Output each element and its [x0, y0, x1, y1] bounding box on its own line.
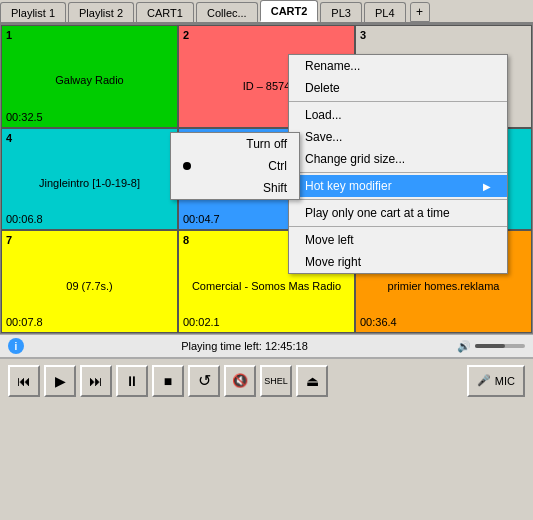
transport-bar: ⏮ ▶ ⏭ ⏸ ■ ↺ 🔇 SHEL ⏏ 🎤 MIC	[0, 358, 533, 402]
replay-button[interactable]: ↺	[188, 365, 220, 397]
tab-bar: Playlist 1 Playlist 2 CART1 Collec... CA…	[0, 0, 533, 24]
transport-controls: ⏮ ▶ ⏭ ⏸ ■ ↺ 🔇 SHEL ⏏	[8, 365, 328, 397]
cell-title-1: Galway Radio	[6, 50, 173, 111]
context-menu[interactable]: Rename... Delete Load... Save... Change …	[288, 54, 508, 274]
submenu-item-ctrl[interactable]: Ctrl	[171, 155, 299, 177]
cell-title-7: 09 (7.7s.)	[6, 255, 173, 316]
menu-item-play-one[interactable]: Play only one cart at a time	[289, 202, 507, 224]
cell-time-1: 00:32.5	[6, 111, 43, 123]
pause-button[interactable]: ⏸	[116, 365, 148, 397]
cell-number-4: 4	[6, 132, 12, 144]
menu-item-move-left[interactable]: Move left	[289, 229, 507, 251]
volume-slider-fill	[475, 344, 505, 348]
menu-separator-1	[289, 101, 507, 102]
play-button[interactable]: ▶	[44, 365, 76, 397]
menu-item-save[interactable]: Save...	[289, 126, 507, 148]
cell-number-3: 3	[360, 29, 366, 41]
menu-separator-3	[289, 199, 507, 200]
tab-cart1[interactable]: CART1	[136, 2, 194, 22]
mic-label: MIC	[495, 375, 515, 387]
cell-number-8: 8	[183, 234, 189, 246]
cell-number-7: 7	[6, 234, 12, 246]
menu-item-hot-key[interactable]: Hot key modifier ▶	[289, 175, 507, 197]
info-icon: i	[8, 338, 24, 354]
cell-time-7: 00:07.8	[6, 316, 43, 328]
tab-collection[interactable]: Collec...	[196, 2, 258, 22]
shelf-button[interactable]: SHEL	[260, 365, 292, 397]
eject-button[interactable]: ⏏	[296, 365, 328, 397]
mic-button[interactable]: 🎤 MIC	[467, 365, 525, 397]
submenu-arrow-icon: ▶	[483, 181, 491, 192]
cell-time-9: 00:36.4	[360, 316, 397, 328]
cell-number-2: 2	[183, 29, 189, 41]
cell-time-8: 00:02.1	[183, 316, 220, 328]
menu-separator-2	[289, 172, 507, 173]
tab-playlist2[interactable]: Playlist 2	[68, 2, 134, 22]
menu-separator-4	[289, 226, 507, 227]
mic-icon: 🎤	[477, 374, 491, 387]
stop-button[interactable]: ■	[152, 365, 184, 397]
ctrl-selected-icon	[183, 162, 191, 170]
tab-playlist1[interactable]: Playlist 1	[0, 2, 66, 22]
cell-title-4: Jingleintro [1-0-19-8]	[6, 153, 173, 214]
cell-time-4: 00:06.8	[6, 213, 43, 225]
tab-pl4[interactable]: PL4	[364, 2, 406, 22]
tab-pl3[interactable]: PL3	[320, 2, 362, 22]
cell-time-5: 00:04.7	[183, 213, 220, 225]
prev-button[interactable]: ⏮	[8, 365, 40, 397]
cart-cell-4[interactable]: 4 Jingleintro [1-0-19-8] 00:06.8	[1, 128, 178, 231]
volume-slider[interactable]	[475, 344, 525, 348]
menu-item-move-right[interactable]: Move right	[289, 251, 507, 273]
submenu-item-shift[interactable]: Shift	[171, 177, 299, 199]
tab-cart2[interactable]: CART2	[260, 0, 319, 22]
submenu-item-turn-off[interactable]: Turn off	[171, 133, 299, 155]
volume-icon: 🔊	[457, 340, 471, 353]
cart-cell-7[interactable]: 7 09 (7.7s.) 00:07.8	[1, 230, 178, 333]
next-button[interactable]: ⏭	[80, 365, 112, 397]
playing-time-text: Playing time left: 12:45:18	[32, 340, 457, 352]
menu-item-rename[interactable]: Rename...	[289, 55, 507, 77]
cart-cell-1[interactable]: 1 Galway Radio 00:32.5	[1, 25, 178, 128]
add-tab-button[interactable]: +	[410, 2, 430, 22]
mute-button[interactable]: 🔇	[224, 365, 256, 397]
menu-item-change-grid[interactable]: Change grid size...	[289, 148, 507, 170]
status-bar: i Playing time left: 12:45:18 🔊	[0, 334, 533, 358]
sub-context-menu[interactable]: Turn off Ctrl Shift	[170, 132, 300, 200]
menu-item-delete[interactable]: Delete	[289, 77, 507, 99]
menu-item-load[interactable]: Load...	[289, 104, 507, 126]
cell-number-1: 1	[6, 29, 12, 41]
